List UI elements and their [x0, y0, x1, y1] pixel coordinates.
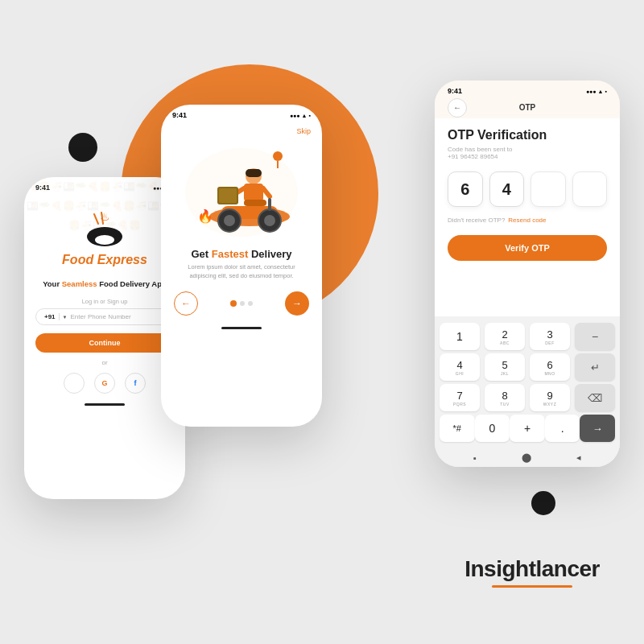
android-nav-bar: ▪ ⬤ ◂ [435, 448, 620, 467]
key-return[interactable]: ↵ [575, 353, 615, 381]
chevron-down-icon: ▼ [63, 315, 68, 320]
key-5[interactable]: 5 JKL [485, 353, 525, 381]
svg-text:🔥: 🔥 [197, 208, 213, 224]
facebook-login-button[interactable]: f [125, 373, 146, 394]
svg-rect-9 [244, 184, 263, 201]
key-6[interactable]: 6 MNO [530, 353, 570, 381]
nav-square-icon: ▪ [473, 453, 477, 463]
slide-title-suffix: Delivery [248, 248, 291, 260]
nav-home-icon: ⬤ [522, 452, 531, 463]
otp-content-area: OTP Verification Code has been sent to +… [435, 118, 620, 316]
verify-otp-button[interactable]: Verify OTP [448, 235, 607, 261]
svg-line-3 [94, 214, 98, 224]
key-go[interactable]: → [580, 415, 615, 442]
otp-box-4[interactable] [572, 171, 608, 207]
key-8[interactable]: 8 TUV [485, 384, 525, 411]
skip-label: Skip [296, 127, 311, 135]
svg-rect-23 [246, 169, 262, 177]
logo-svg: ♨ [82, 206, 127, 251]
skip-button[interactable]: Skip [161, 122, 322, 140]
key-dot[interactable]: . [545, 415, 580, 442]
otp-subtitle-line1: Code has been sent to [448, 146, 607, 153]
google-icon: G [101, 379, 107, 387]
slide-description: Lorem ipsum dolor sit amet, consectetur … [174, 263, 309, 280]
resend-code-link[interactable]: Resend code [508, 217, 546, 224]
prev-button[interactable]: ← [174, 291, 198, 316]
brand-underline [492, 585, 573, 588]
home-indicator-2 [221, 327, 262, 329]
prev-icon: ← [181, 298, 191, 309]
back-icon: ← [453, 103, 461, 112]
home-indicator-1 [85, 403, 125, 406]
phone-onboarding: 9:41 ●●●▲▪ Skip [161, 105, 322, 427]
country-code: +91 [44, 313, 60, 320]
svg-point-17 [224, 215, 235, 226]
tagline-highlight: Seamless [62, 279, 97, 288]
otp-header: ← OTP [435, 98, 620, 118]
keypad-row-1: 1 2 ABC 3 DEF − [440, 323, 615, 350]
dot-1 [230, 300, 237, 307]
otp-box-1[interactable]: 6 [448, 171, 483, 207]
phone-placeholder-text: Enter Phone Number [71, 313, 131, 320]
otp-box-2[interactable]: 4 [489, 171, 525, 207]
bg-dot-right [531, 491, 555, 515]
key-0[interactable]: 0 [475, 415, 510, 442]
otp-digit-1: 6 [460, 180, 469, 199]
illustration-svg: 🔥 [173, 140, 310, 245]
time-3: 9:41 [448, 87, 462, 95]
nav-row: ← → [161, 280, 322, 327]
delivery-illustration: 🔥 [173, 140, 310, 245]
time-1: 9:41 [35, 184, 50, 192]
status-icons-2: ●●●▲▪ [290, 113, 311, 118]
status-bar-2: 9:41 ●●●▲▪ [161, 105, 322, 122]
google-login-button[interactable]: G [94, 373, 115, 394]
key-3[interactable]: 3 DEF [530, 323, 570, 350]
phone-input-row[interactable]: +91 ▼ Enter Phone Number [35, 308, 174, 325]
dot-3 [248, 301, 253, 306]
phone-otp: 9:41 ●●●▲▪ ← OTP OTP Verification Code h… [435, 80, 620, 467]
keypad: 1 2 ABC 3 DEF − 4 GHI 5 JKL 6 MNO [435, 316, 620, 448]
svg-point-6 [273, 151, 283, 161]
otp-header-title: OTP [519, 103, 536, 112]
slide-title: Get Fastest Delivery [161, 248, 322, 260]
resend-row: Didn't receive OTP? Resend code [448, 217, 607, 224]
key-plus[interactable]: + [510, 415, 545, 442]
status-bar-3: 9:41 ●●●▲▪ [435, 80, 620, 98]
food-logo: ♨ [82, 206, 127, 251]
dot-2 [240, 301, 245, 306]
otp-box-3[interactable] [530, 171, 566, 207]
bg-dot-left [68, 133, 97, 162]
apple-login-button[interactable] [64, 373, 85, 394]
brand-area: Insightlancer [464, 556, 600, 588]
key-4[interactable]: 4 GHI [440, 353, 480, 381]
svg-rect-20 [268, 198, 271, 211]
tagline-prefix: Your [43, 279, 62, 288]
svg-point-2 [95, 235, 114, 245]
next-icon: → [292, 298, 302, 309]
brand-name: Insightlancer [464, 556, 600, 582]
slide-title-highlight: Fastest [212, 248, 249, 260]
next-button[interactable]: → [285, 291, 309, 316]
continue-button[interactable]: Continue [35, 333, 174, 353]
otp-boxes: 6 4 [448, 171, 607, 207]
key-9[interactable]: 9 WXYZ [530, 384, 570, 411]
pagination-dots [230, 300, 253, 307]
back-button[interactable]: ← [448, 98, 467, 118]
svg-rect-13 [219, 188, 237, 203]
key-7[interactable]: 7 PQRS [440, 384, 480, 411]
key-2[interactable]: 2 ABC [485, 323, 525, 350]
key-star-hash[interactable]: *# [440, 415, 475, 442]
slide-title-prefix: Get [191, 248, 211, 260]
time-2: 9:41 [172, 111, 187, 119]
svg-rect-22 [244, 200, 266, 206]
tagline-suffix: Food Delivery App [97, 279, 167, 288]
status-icons-3: ●●●▲▪ [586, 89, 607, 94]
svg-point-19 [264, 215, 275, 226]
keypad-row-4: *# 0 + . → [440, 415, 615, 442]
key-backspace[interactable]: ⌫ [575, 384, 615, 411]
key-minus[interactable]: − [575, 323, 615, 350]
tagline: Your Seamless Food Delivery App [37, 279, 172, 290]
otp-phone-number: +91 96452 89654 [448, 153, 607, 160]
key-1[interactable]: 1 [440, 323, 480, 350]
otp-main-title: OTP Verification [448, 128, 607, 142]
